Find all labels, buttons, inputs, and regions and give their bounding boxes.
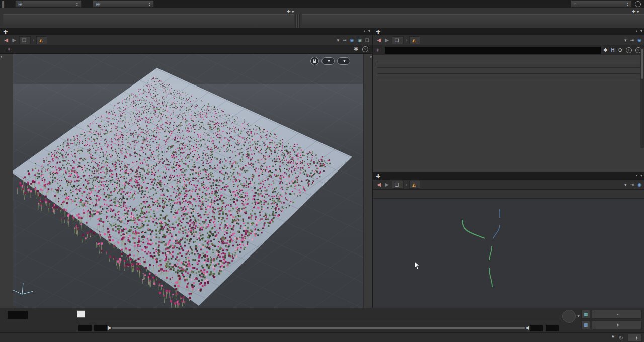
back-icon[interactable]: ◀ (376, 37, 382, 43)
new-tab-icon[interactable]: ✚ (0, 29, 11, 35)
obj-icon: ❑ (22, 38, 26, 43)
crosshair-icon: ⊕ (96, 1, 100, 7)
play-end-field[interactable] (529, 324, 543, 332)
path-node-chip[interactable]: ◭ (409, 181, 420, 189)
sync-icon[interactable]: ◉ (637, 38, 641, 43)
global-start-field[interactable] (78, 324, 92, 332)
pane-menu-icon[interactable]: ▪ (364, 29, 365, 33)
network-canvas[interactable] (373, 209, 644, 308)
camera-select-menu[interactable]: ▼ (337, 57, 350, 65)
update-mode-selector[interactable]: ▲▼ (627, 334, 642, 342)
forward-icon[interactable]: ▶ (11, 37, 17, 43)
path-node-chip[interactable]: ◭ (36, 36, 47, 44)
obj-icon: ❑ (395, 38, 399, 43)
play-start-field[interactable] (94, 324, 108, 332)
search-icon[interactable]: ⊙ (618, 47, 622, 53)
pane-menu-icon[interactable]: ▪ (636, 173, 637, 178)
spinner-icon: ▲▼ (626, 2, 629, 6)
forward-icon[interactable]: ▶ (384, 37, 390, 43)
frame-ruler[interactable] (78, 309, 561, 322)
message-bubble-icon[interactable]: ❝ (611, 334, 614, 341)
path-dropdown-icon[interactable]: ▾ (624, 38, 627, 43)
path-separator: › (406, 182, 407, 187)
parameter-pane: ✚ ▪▾ ◀ ▶ ❑ › ◭ ▾ ⇥ ◉ ✳ ✱ (373, 28, 644, 172)
keys-info-button[interactable]: ▲ (592, 310, 642, 319)
menubar: ▌ ⊞ ▲▼ ⊕ ▲▼ ⌂ ▲▼ (0, 0, 644, 8)
status-bar: ❝ ↻ ▲▼ (0, 332, 644, 342)
main-desktop-selector[interactable]: ⌂ ▲▼ (571, 0, 632, 8)
path-root-chip[interactable]: ❑ (19, 36, 31, 44)
chevron-up-icon: ▲ (616, 313, 619, 316)
lopnet-icon: ◭ (412, 182, 416, 187)
path-dropdown-icon[interactable]: ▾ (337, 38, 339, 43)
app-grip-icon: ▌ (0, 1, 8, 7)
playhead[interactable] (77, 310, 85, 318)
channel-list-icon[interactable]: ▩ (581, 320, 590, 329)
viewport-right-toolbar: ▸ (363, 54, 372, 308)
help-icon[interactable]: ? (362, 46, 368, 52)
camera-lock-icon[interactable] (310, 57, 319, 65)
back-icon[interactable]: ◀ (3, 37, 9, 43)
add-shelf-icon[interactable]: ✚ ▾ (630, 9, 641, 14)
param-header: ✳ ✱ H ⊙ i ? (373, 45, 644, 55)
chevron-down-icon: ▼ (327, 59, 331, 63)
gear-icon[interactable]: ✱ (354, 46, 358, 52)
viewport-canvas[interactable] (0, 54, 363, 308)
keys-panel: ▦ ▲ ▩ ▲▼ (581, 310, 642, 329)
collapse-toolbar-icon[interactable]: ◂ (0, 55, 2, 59)
range-start-handle[interactable]: ▶ (108, 325, 112, 331)
pane-dropdown-icon[interactable]: ▾ (640, 173, 642, 178)
pin-icon[interactable]: ⇥ (630, 38, 634, 43)
state-icon: ✳ (7, 47, 11, 52)
scene-path-bar: ◀ ▶ ❑ › ◭ ▾ ⇥ ◉ ▣ ❏ (0, 35, 372, 45)
path-root-chip[interactable]: ❑ (392, 181, 404, 189)
desktop-selector[interactable]: ⊞ ▲▼ (15, 0, 82, 8)
right-pane: ✚ ▪▾ ◀ ▶ ❑ › ◭ ▾ ⇥ ◉ ✳ ✱ (372, 28, 644, 308)
chevron-down-icon: ▼ (343, 59, 346, 63)
playback-range-slider[interactable]: ▶ ◀ (112, 327, 525, 329)
path-dropdown-icon[interactable]: ▾ (624, 182, 627, 187)
current-frame-field[interactable] (7, 311, 28, 320)
info-icon[interactable]: i (626, 47, 632, 53)
back-icon[interactable]: ◀ (376, 182, 382, 187)
pane-menu-icon[interactable]: ▪ (636, 29, 637, 33)
path-node-chip[interactable]: ◭ (409, 36, 420, 44)
param-path-bar: ◀ ▶ ❑ › ◭ ▾ ⇥ ◉ (373, 35, 644, 45)
param-scrollbar[interactable] (640, 48, 644, 148)
spinner-icon: ▲▼ (76, 2, 78, 6)
float-pane-icon[interactable]: ❏ (365, 38, 369, 43)
spinner-icon: ▲▼ (148, 2, 151, 6)
sync-icon[interactable]: ◉ (350, 38, 354, 43)
refresh-icon[interactable]: ↻ (619, 335, 623, 341)
range-end-handle[interactable]: ◀ (525, 325, 529, 331)
pane-dropdown-icon[interactable]: ▾ (368, 29, 370, 33)
projection-menu[interactable]: ▼ (321, 57, 335, 65)
scoped-channels-icon[interactable]: ▦ (581, 310, 590, 319)
auto-key-button[interactable] (562, 310, 576, 323)
new-tab-icon[interactable]: ✚ (373, 29, 383, 35)
forward-icon[interactable]: ▶ (384, 182, 390, 187)
node-wires (373, 209, 644, 308)
pane-dropdown-icon[interactable]: ▾ (640, 29, 642, 33)
lopnet-icon: ◭ (412, 38, 416, 43)
node-name-field[interactable] (385, 47, 601, 54)
layout-selector[interactable]: ⊕ ▲▼ (93, 0, 154, 8)
node-type-icon: ✳ (376, 48, 380, 53)
lopnet-icon: ◭ (39, 38, 43, 43)
autokey-dropdown-icon[interactable]: ▼ (577, 314, 580, 318)
help-icon[interactable] (635, 1, 641, 7)
obj-icon: ❑ (395, 182, 399, 187)
viewport-camera-controls: ▼ ▼ (310, 57, 350, 65)
sync-icon[interactable]: ◉ (637, 182, 641, 187)
gear-icon[interactable]: ✱ (603, 47, 607, 53)
global-end-field[interactable] (545, 324, 559, 332)
shelf-divider[interactable] (295, 14, 300, 28)
houdini-help-icon[interactable]: H (611, 47, 614, 53)
pin-icon[interactable]: ⇥ (630, 182, 634, 187)
shield-icon[interactable]: ▣ (357, 38, 362, 43)
new-tab-icon[interactable]: ✚ (373, 173, 383, 180)
path-root-chip[interactable]: ❑ (392, 36, 404, 44)
pin-icon[interactable]: ⇥ (343, 38, 347, 43)
key-all-channels-button[interactable]: ▲▼ (592, 320, 642, 329)
add-shelf-icon[interactable]: ✚ ▾ (285, 9, 296, 14)
